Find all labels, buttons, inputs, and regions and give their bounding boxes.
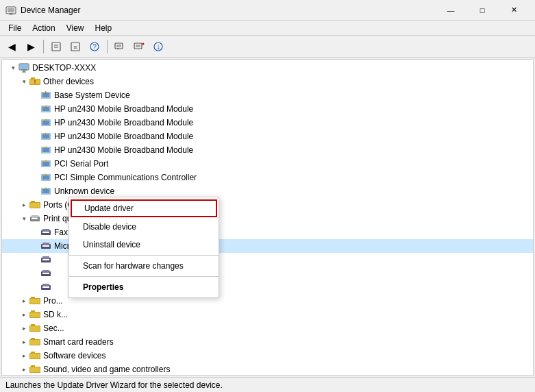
svg-rect-66 [42,245,49,247]
svg-text:!: ! [34,79,36,85]
context-menu-update-driver[interactable]: Update driver [71,199,217,217]
tree-item-other-devices[interactable]: ! Other devices [2,75,533,88]
window-controls: — □ ✕ [435,0,530,21]
disable-device-label: Disable device [83,222,136,232]
svg-text:?: ? [92,43,97,51]
context-menu-disable-device[interactable]: Disable device [69,218,219,236]
toolbar-download-button[interactable]: ↓ [149,38,167,56]
base-system-icon: ! [40,90,51,101]
svg-rect-71 [42,270,49,273]
svg-rect-12 [116,45,121,47]
svg-rect-62 [42,229,49,232]
tree-item-sec[interactable]: Sec... [2,321,533,335]
toolbar-back-button[interactable]: ◀ [3,38,21,56]
tree-item-pci-simple[interactable]: PCI Simple Communications Controller [2,171,533,184]
toolbar-uninstall-button[interactable] [130,38,148,56]
status-text: Launches the Update Driver Wizard for th… [5,380,223,390]
menu-view[interactable]: View [61,22,90,34]
expand-print-queues[interactable] [18,213,29,224]
tree-item-hp1[interactable]: HP un2430 Mobile Broadband Module [2,102,533,116]
main-content: DESKTOP-XXXX ! Other devices ! Base Syst… [0,58,535,377]
software-dev-icon [29,350,40,361]
printer5-icon [40,282,51,293]
expand-smart-card[interactable] [18,336,29,347]
context-menu-separator-1 [69,255,219,256]
close-button[interactable]: ✕ [498,0,530,21]
proc-icon [29,295,40,306]
tree-item-software-dev[interactable]: Software devices [2,349,533,363]
tree-item-sd[interactable]: SD k... [2,308,533,321]
toolbar-separator-2 [107,40,108,53]
printer4-icon [40,268,51,279]
ms-print-icon [40,241,51,252]
tree-label-pci-simple: PCI Simple Communications Controller [54,173,197,182]
svg-rect-84 [30,326,40,331]
expand-sound[interactable] [18,364,29,375]
toolbar-separator-1 [43,40,44,53]
svg-rect-83 [31,324,35,326]
expand-proc[interactable] [18,295,29,306]
toolbar-scan-button[interactable] [111,38,129,56]
tree-item-hp2[interactable]: HP un2430 Mobile Broadband Module [2,116,533,130]
svg-rect-65 [42,243,49,245]
svg-rect-1 [8,8,14,12]
smart-card-icon [29,336,40,347]
expand-other-devices[interactable] [18,76,29,87]
context-menu-uninstall-device[interactable]: Uninstall device [69,236,219,254]
device-tree[interactable]: DESKTOP-XXXX ! Other devices ! Base Syst… [1,59,534,376]
tree-item-smart-card[interactable]: Smart card readers [2,335,533,349]
status-bar: Launches the Update Driver Wizard for th… [0,377,535,392]
svg-rect-46 [42,162,49,166]
svg-rect-90 [30,354,40,358]
svg-rect-43 [42,148,49,152]
svg-rect-89 [31,352,35,354]
svg-rect-75 [42,286,49,288]
context-menu-scan[interactable]: Scan for hardware changes [69,257,219,275]
expand-sec[interactable] [18,323,29,334]
pci-serial-icon [40,158,51,169]
fax-icon [40,227,51,238]
svg-rect-52 [42,189,49,193]
tree-item-sound[interactable]: Sound, video and game controllers [2,363,533,376]
svg-rect-49 [42,175,49,180]
tree-label-fax: Fax [54,228,68,237]
tree-label-unknown: Unknown device [54,186,114,196]
expand-sd[interactable] [18,309,29,320]
tree-label-smart-card: Smart card readers [43,337,114,347]
tree-label-sec: Sec... [43,323,64,333]
expand-software-dev[interactable] [18,350,29,361]
uninstall-device-label: Uninstall device [83,240,140,249]
svg-rect-15 [136,45,140,47]
tree-label-pci-serial: PCI Serial Port [54,159,108,169]
svg-rect-78 [30,299,40,304]
svg-rect-63 [42,232,49,233]
hp4-icon [40,145,51,156]
tree-label-proc: Pro... [43,296,63,306]
computer-icon [18,62,29,73]
context-menu-properties[interactable]: Properties [69,278,219,296]
toolbar-update-button[interactable]: ≡ [66,38,84,56]
toolbar-help-button[interactable]: ? [86,38,103,56]
tree-item-unknown[interactable]: Unknown device [2,184,533,198]
toolbar-forward-button[interactable]: ▶ [22,38,40,56]
toolbar-properties-button[interactable] [47,38,65,56]
menu-action[interactable]: Action [27,22,60,34]
menu-help[interactable]: Help [90,22,118,34]
svg-rect-34 [42,107,49,111]
maximize-button[interactable]: □ [466,0,498,21]
tree-label-sound: Sound, video and game controllers [43,365,170,374]
tree-item-root[interactable]: DESKTOP-XXXX [2,61,533,75]
menu-file[interactable]: File [3,22,27,34]
tree-label-hp2: HP un2430 Mobile Broadband Module [54,118,193,127]
svg-rect-69 [42,259,49,260]
tree-item-hp3[interactable]: HP un2430 Mobile Broadband Module [2,130,533,143]
other-devices-icon: ! [29,76,40,87]
svg-rect-81 [30,313,40,317]
unknown-icon [40,186,51,197]
tree-item-pci-serial[interactable]: PCI Serial Port [2,157,533,171]
expand-ports[interactable] [18,199,29,210]
expand-root[interactable] [8,62,18,73]
minimize-button[interactable]: — [435,0,466,21]
tree-item-hp4[interactable]: HP un2430 Mobile Broadband Module [2,143,533,157]
tree-item-base-system[interactable]: ! Base System Device [2,88,533,102]
